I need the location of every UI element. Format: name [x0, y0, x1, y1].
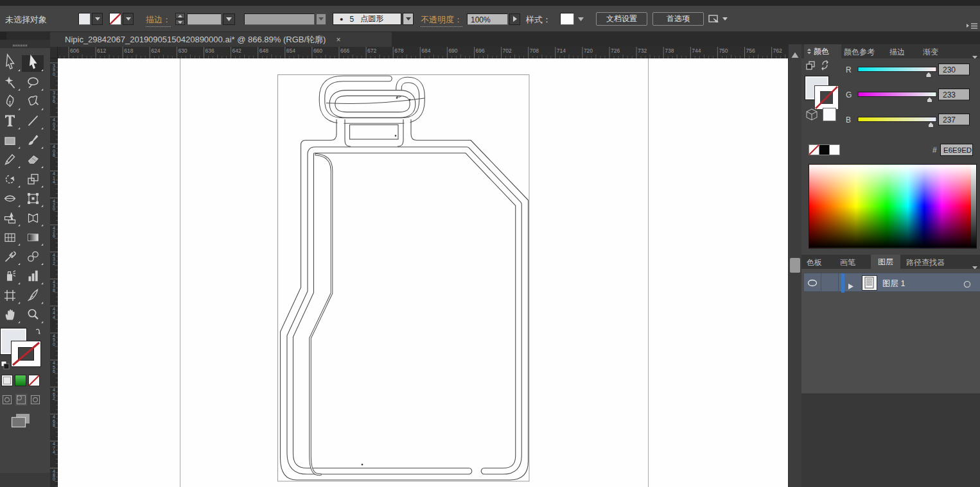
- svg-text:#: #: [932, 146, 937, 155]
- svg-text:612: 612: [97, 47, 106, 54]
- svg-text:660: 660: [313, 47, 322, 54]
- svg-text:230: 230: [943, 65, 956, 74]
- svg-text:233: 233: [943, 90, 956, 99]
- svg-text:678: 678: [394, 47, 403, 54]
- svg-text:237: 237: [943, 115, 956, 124]
- svg-text:4: 4: [53, 315, 55, 320]
- svg-text:618: 618: [124, 47, 133, 54]
- svg-text:2: 2: [53, 261, 55, 266]
- svg-text:648: 648: [259, 47, 268, 54]
- svg-text:630: 630: [178, 47, 187, 54]
- svg-text:720: 720: [584, 47, 593, 54]
- svg-text:636: 636: [206, 47, 214, 54]
- svg-text:B: B: [846, 115, 851, 124]
- svg-text:606: 606: [70, 47, 79, 54]
- svg-text:R: R: [846, 65, 852, 74]
- svg-text:732: 732: [638, 47, 647, 54]
- svg-text:8: 8: [53, 153, 55, 157]
- svg-text:8: 8: [53, 288, 55, 293]
- svg-text:8: 8: [53, 423, 55, 427]
- svg-text:6: 6: [53, 369, 55, 373]
- svg-text:E6E9ED: E6E9ED: [943, 146, 972, 154]
- svg-text:696: 696: [476, 47, 485, 54]
- svg-text:0: 0: [53, 477, 55, 481]
- svg-text:0: 0: [53, 342, 55, 346]
- svg-text:G: G: [846, 90, 852, 99]
- svg-text:4: 4: [53, 180, 55, 184]
- svg-text:0: 0: [53, 207, 55, 211]
- svg-text:666: 666: [340, 47, 349, 54]
- svg-text:708: 708: [530, 47, 539, 54]
- svg-text:684: 684: [421, 47, 430, 54]
- svg-text:714: 714: [557, 47, 566, 54]
- svg-text:744: 744: [692, 47, 701, 54]
- svg-text:738: 738: [665, 47, 674, 54]
- svg-text:756: 756: [746, 47, 755, 54]
- svg-text:750: 750: [719, 47, 728, 54]
- svg-text:642: 642: [232, 47, 241, 54]
- svg-text:4: 4: [53, 450, 55, 454]
- svg-text:6: 6: [53, 99, 55, 103]
- svg-text:6: 6: [53, 234, 55, 238]
- svg-text:726: 726: [611, 47, 620, 54]
- svg-text:0: 0: [53, 72, 55, 76]
- svg-text:672: 672: [367, 47, 376, 54]
- svg-text:762: 762: [773, 47, 782, 54]
- svg-text:2: 2: [53, 126, 55, 130]
- svg-text:690: 690: [448, 47, 457, 54]
- svg-text:702: 702: [503, 47, 512, 54]
- svg-text:654: 654: [286, 47, 295, 54]
- svg-text:624: 624: [151, 47, 160, 54]
- svg-text:2: 2: [53, 396, 55, 400]
